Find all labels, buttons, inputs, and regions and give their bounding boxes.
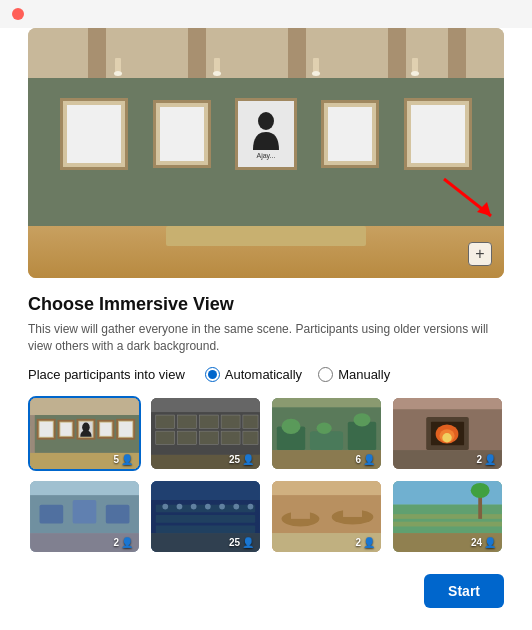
svg-rect-26 bbox=[243, 415, 258, 428]
svg-rect-4 bbox=[30, 398, 139, 415]
people-icon: 👤 bbox=[484, 537, 496, 548]
frame-left1 bbox=[60, 98, 128, 170]
scene-count: 24 👤 bbox=[471, 537, 496, 548]
frame-inner bbox=[160, 107, 204, 161]
svg-point-87 bbox=[471, 482, 490, 497]
scene-count: 2 👤 bbox=[113, 537, 133, 548]
add-scene-button[interactable]: + bbox=[468, 242, 492, 266]
manual-radio-option[interactable]: Manually bbox=[318, 367, 390, 382]
frame-inner bbox=[411, 105, 465, 163]
scene-item-studio[interactable]: 2 👤 bbox=[28, 479, 141, 554]
svg-rect-28 bbox=[178, 431, 197, 444]
svg-rect-37 bbox=[310, 431, 343, 450]
svg-rect-15 bbox=[100, 422, 111, 435]
frame-right1 bbox=[321, 100, 379, 168]
frame-right2 bbox=[404, 98, 472, 170]
svg-rect-59 bbox=[151, 481, 260, 500]
manual-radio-label: Manually bbox=[338, 367, 390, 382]
svg-rect-17 bbox=[119, 421, 132, 436]
svg-rect-43 bbox=[393, 398, 502, 409]
close-button[interactable] bbox=[12, 8, 24, 20]
light bbox=[412, 58, 418, 72]
scene-count: 6 👤 bbox=[355, 454, 375, 465]
people-icon: 👤 bbox=[242, 537, 254, 548]
people-icon: 👤 bbox=[121, 454, 133, 465]
svg-point-40 bbox=[317, 422, 332, 433]
avatar-frame: Ajay... bbox=[238, 101, 294, 167]
people-icon: 👤 bbox=[484, 454, 496, 465]
svg-rect-55 bbox=[40, 504, 64, 523]
svg-rect-30 bbox=[221, 431, 240, 444]
svg-point-70 bbox=[233, 503, 239, 509]
page-description: This view will gather everyone in the sa… bbox=[28, 321, 504, 355]
scene-item-office[interactable]: 25 👤 bbox=[149, 396, 262, 471]
scene-item-dining[interactable]: 2 👤 bbox=[270, 479, 383, 554]
svg-rect-25 bbox=[221, 415, 240, 428]
svg-rect-52 bbox=[30, 481, 139, 495]
svg-point-39 bbox=[282, 418, 301, 433]
people-icon: 👤 bbox=[121, 537, 133, 548]
svg-point-41 bbox=[353, 413, 370, 426]
scene-item-auditorium[interactable]: 25 👤 bbox=[149, 479, 262, 554]
svg-rect-29 bbox=[199, 431, 218, 444]
frame-inner bbox=[67, 105, 121, 163]
scene-item-green[interactable]: 6 👤 bbox=[270, 396, 383, 471]
svg-rect-64 bbox=[156, 525, 255, 533]
svg-rect-63 bbox=[156, 515, 255, 523]
svg-point-67 bbox=[191, 503, 197, 509]
svg-rect-27 bbox=[156, 431, 175, 444]
scene-count: 25 👤 bbox=[229, 537, 254, 548]
scene-count: 5 👤 bbox=[113, 454, 133, 465]
start-button[interactable]: Start bbox=[424, 574, 504, 608]
svg-rect-23 bbox=[178, 415, 197, 428]
frame-center: Ajay... bbox=[235, 98, 297, 170]
svg-rect-24 bbox=[199, 415, 218, 428]
svg-point-65 bbox=[162, 503, 168, 509]
light bbox=[214, 58, 220, 72]
radio-row: Place participants into view Automatical… bbox=[28, 367, 504, 382]
svg-rect-84 bbox=[393, 514, 502, 519]
svg-rect-85 bbox=[393, 521, 502, 526]
page-title: Choose Immersive View bbox=[28, 294, 504, 315]
frames-row: Ajay... bbox=[28, 98, 504, 170]
people-icon: 👤 bbox=[363, 537, 375, 548]
main-container: Ajay... + Choose Immersive View This bbox=[0, 28, 532, 628]
manual-radio-input[interactable] bbox=[318, 367, 333, 382]
auto-radio-input[interactable] bbox=[205, 367, 220, 382]
svg-rect-31 bbox=[243, 431, 258, 444]
auto-radio-label: Automatically bbox=[225, 367, 302, 382]
svg-point-66 bbox=[177, 503, 183, 509]
svg-point-68 bbox=[205, 503, 211, 509]
svg-rect-33 bbox=[272, 398, 381, 407]
svg-point-50 bbox=[442, 433, 451, 442]
svg-rect-56 bbox=[73, 500, 97, 524]
svg-rect-10 bbox=[60, 422, 71, 435]
svg-rect-57 bbox=[106, 504, 130, 523]
scene-count: 2 👤 bbox=[476, 454, 496, 465]
bench bbox=[166, 226, 366, 246]
light bbox=[313, 58, 319, 72]
scene-item-terrace[interactable]: 24 👤 bbox=[391, 479, 504, 554]
frame-left2 bbox=[153, 100, 211, 168]
svg-point-69 bbox=[219, 503, 225, 509]
floor bbox=[28, 226, 504, 278]
place-label: Place participants into view bbox=[28, 367, 185, 382]
svg-point-0 bbox=[258, 112, 274, 130]
svg-rect-79 bbox=[343, 501, 362, 516]
svg-rect-78 bbox=[291, 504, 310, 518]
avatar-name: Ajay... bbox=[257, 152, 276, 159]
svg-point-71 bbox=[248, 503, 254, 509]
svg-rect-73 bbox=[272, 481, 381, 495]
title-bar bbox=[0, 0, 532, 28]
svg-rect-19 bbox=[151, 398, 260, 412]
auto-radio-option[interactable]: Automatically bbox=[205, 367, 302, 382]
svg-rect-8 bbox=[40, 421, 53, 436]
avatar-icon bbox=[251, 110, 281, 150]
svg-rect-22 bbox=[156, 415, 175, 428]
people-icon: 👤 bbox=[242, 454, 254, 465]
scene-item-fireplace[interactable]: 2 👤 bbox=[391, 396, 504, 471]
people-icon: 👤 bbox=[363, 454, 375, 465]
scene-grid: 5 👤 bbox=[28, 396, 504, 554]
scene-item-gallery[interactable]: 5 👤 bbox=[28, 396, 141, 471]
scene-count: 2 👤 bbox=[355, 537, 375, 548]
